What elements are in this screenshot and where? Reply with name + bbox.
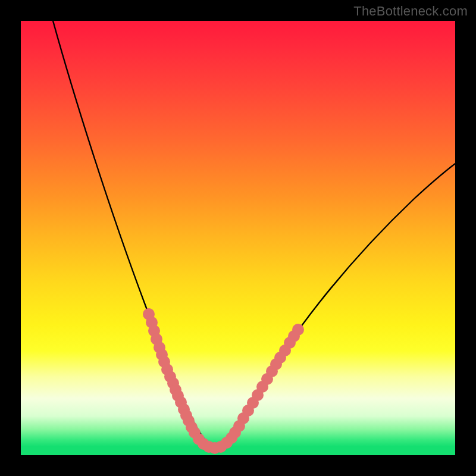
overlay-dot <box>292 324 304 336</box>
bottleneck-curve <box>53 21 455 447</box>
chart-frame: TheBottleneck.com <box>0 0 476 476</box>
curve-layer <box>21 21 455 455</box>
scatter-overlay <box>143 308 304 454</box>
plot-area <box>21 21 455 455</box>
watermark-text: TheBottleneck.com <box>353 4 468 19</box>
